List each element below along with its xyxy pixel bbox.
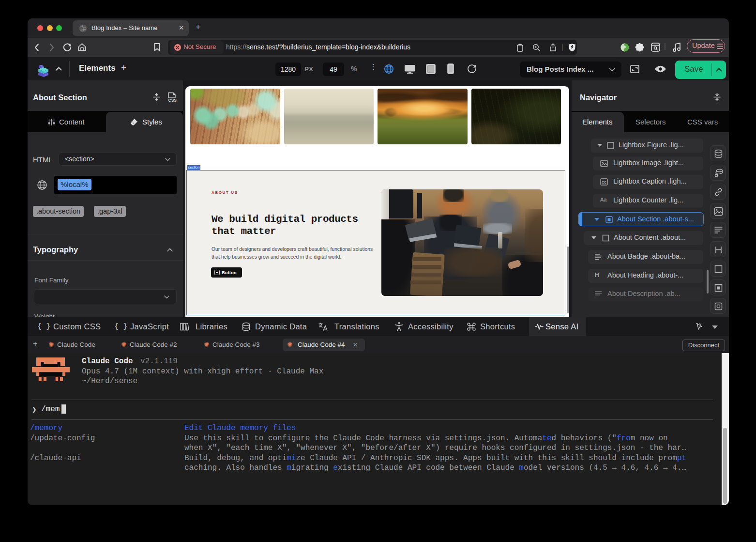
svg-text:CC: CC <box>602 181 606 184</box>
svg-text:CSS: CSS <box>168 98 177 102</box>
